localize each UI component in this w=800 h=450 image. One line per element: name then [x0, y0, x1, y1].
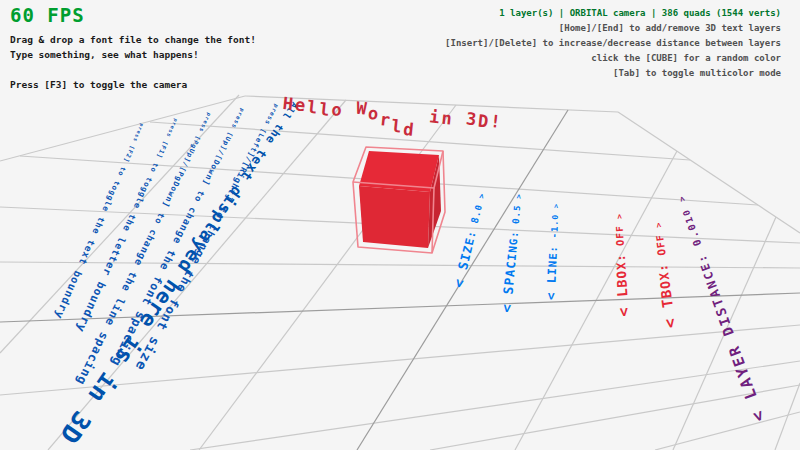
instruction-line-2: Type something, see what happens! — [10, 47, 256, 62]
hint-line-3: click the [CUBE] for a random color — [445, 51, 781, 66]
status-block: 1 layer(s) | ORBITAL camera | 386 quads … — [445, 6, 781, 81]
fps-counter: 60 FPS — [10, 8, 85, 23]
hint-line-2: [Insert]/[Delete] to increase/decrease d… — [445, 36, 781, 51]
instruction-gap — [10, 62, 256, 77]
instruction-line-3: Press [F3] to toggle the camera — [10, 77, 256, 92]
instruction-line-1: Drag & drop a font file to change the fo… — [10, 32, 256, 47]
hint-line-4: [Tab] to toggle multicolor mode — [445, 66, 781, 81]
hint-line-1: [Home]/[End] to add/remove 3D text layer… — [445, 21, 781, 36]
text3d-demo-window: All the text displayed here is in 3D pre… — [0, 0, 800, 450]
status-bar: 1 layer(s) | ORBITAL camera | 386 quads … — [445, 6, 781, 21]
instructions-block: Drag & drop a font file to change the fo… — [10, 32, 256, 92]
